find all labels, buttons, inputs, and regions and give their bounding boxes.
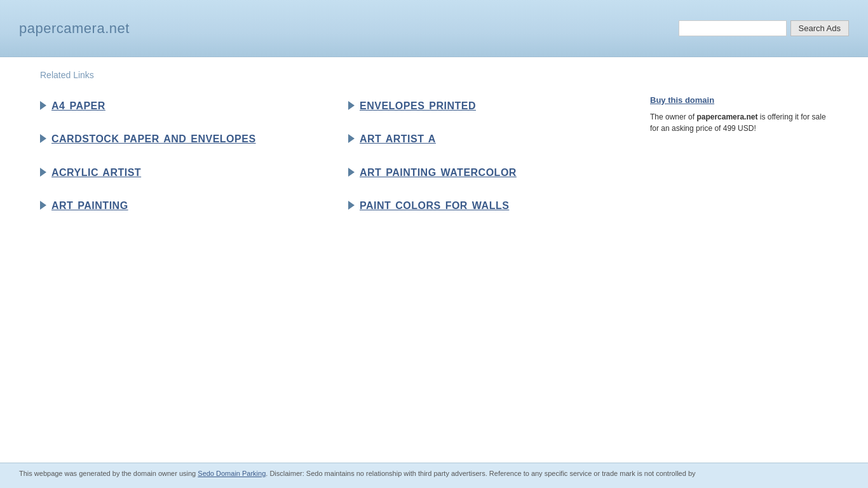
link-cardstock-paper[interactable]: CARDSTOCK PAPER AND ENVELOPES [51, 132, 256, 146]
main-content: Related Links A4 PAPER ENVELOPES PRINTED… [0, 57, 868, 463]
list-item: CARDSTOCK PAPER AND ENVELOPES [40, 126, 323, 152]
link-art-painting-watercolor[interactable]: ART PAINTING WATERCOLOR [360, 166, 517, 180]
footer: This webpage was generated by the domain… [0, 463, 868, 484]
search-button[interactable]: Search Ads [790, 20, 850, 36]
domain-offer-text: The owner of papercamera.net is offering… [650, 111, 828, 134]
list-item: ENVELOPES PRINTED [348, 93, 631, 119]
arrow-icon [40, 101, 46, 110]
sedo-link[interactable]: Sedo Domain Parking [198, 470, 266, 477]
offer-prefix: The owner of [650, 112, 696, 121]
arrow-icon [348, 201, 355, 210]
search-input[interactable] [679, 20, 787, 36]
list-item: ART PAINTING WATERCOLOR [348, 159, 631, 186]
right-sidebar: Buy this domain The owner of papercamera… [650, 70, 828, 220]
list-item: ACRYLIC ARTIST [40, 159, 323, 186]
footer-text-suffix: . Disclaimer: Sedo maintains no relation… [266, 470, 695, 477]
arrow-icon [40, 168, 46, 177]
link-envelopes-printed[interactable]: ENVELOPES PRINTED [360, 99, 476, 113]
list-item: ART PAINTING [40, 193, 323, 219]
buy-domain-link[interactable]: Buy this domain [650, 95, 828, 105]
search-area: Search Ads [679, 20, 850, 36]
left-section: Related Links A4 PAPER ENVELOPES PRINTED… [40, 70, 631, 220]
list-item: PAINT COLORS FOR WALLS [348, 193, 631, 219]
link-paint-colors-for-walls[interactable]: PAINT COLORS FOR WALLS [360, 199, 509, 213]
site-title: papercamera.net [19, 20, 130, 37]
content-wrapper: Related Links A4 PAPER ENVELOPES PRINTED… [21, 70, 847, 220]
link-art-artist-a[interactable]: ART ARTIST A [360, 132, 436, 146]
link-acrylic-artist[interactable]: ACRYLIC ARTIST [51, 166, 141, 180]
link-a4-paper[interactable]: A4 PAPER [51, 99, 105, 113]
domain-name: papercamera.net [696, 112, 757, 121]
list-item: ART ARTIST A [348, 126, 631, 152]
arrow-icon [348, 134, 355, 143]
header: papercamera.net Search Ads [0, 0, 868, 57]
arrow-icon [348, 101, 355, 110]
links-grid: A4 PAPER ENVELOPES PRINTED CARDSTOCK PAP… [40, 93, 631, 220]
footer-text-prefix: This webpage was generated by the domain… [19, 470, 198, 477]
link-art-painting[interactable]: ART PAINTING [51, 199, 128, 213]
arrow-icon [40, 134, 46, 143]
arrow-icon [40, 201, 46, 210]
arrow-icon [348, 168, 355, 177]
related-links-title: Related Links [40, 70, 631, 80]
list-item: A4 PAPER [40, 93, 323, 119]
